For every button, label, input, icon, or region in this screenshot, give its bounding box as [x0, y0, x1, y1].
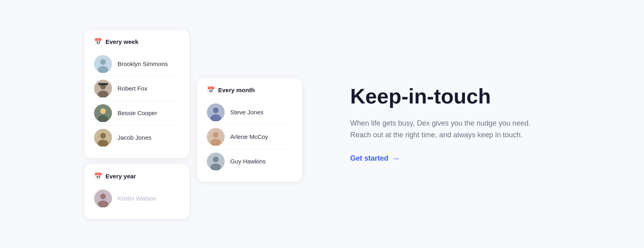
contact-kristin[interactable]: Kristin Watson [94, 186, 180, 211]
main-container: 📅 Every week Brooklyn Simmons [0, 14, 644, 235]
avatar-bessie [94, 104, 112, 122]
avatar-kristin [94, 190, 112, 207]
contact-steve[interactable]: Steve Jones [207, 100, 292, 125]
avatar-robert [94, 80, 112, 97]
svg-point-1 [100, 59, 106, 65]
hero-desc-line1: When life gets busy, Dex gives you the n… [350, 119, 530, 127]
name-brooklyn: Brooklyn Simmons [118, 60, 168, 67]
hero-heading: Keep-in-touch [350, 85, 559, 108]
avatar-arlene [207, 128, 225, 146]
weekly-card-title: 📅 Every week [94, 38, 180, 45]
cards-section: 📅 Every week Brooklyn Simmons [85, 30, 302, 219]
contact-brooklyn[interactable]: Brooklyn Simmons [94, 52, 180, 76]
left-column: 📅 Every week Brooklyn Simmons [85, 30, 189, 219]
name-guy: Guy Hawkins [230, 158, 266, 165]
get-started-label: Get started [350, 154, 388, 163]
svg-rect-6 [98, 83, 108, 85]
calendar-icon-weekly: 📅 [94, 38, 102, 45]
weekly-label: Every week [105, 38, 138, 45]
hero-desc-line2: Reach out at the right time, and always … [350, 131, 522, 139]
contact-guy[interactable]: Guy Hawkins [207, 149, 292, 174]
name-robert: Robert Fox [118, 85, 147, 92]
monthly-card-title: 📅 Every month [207, 86, 292, 94]
contact-jacob[interactable]: Jacob Jones [94, 126, 180, 150]
svg-point-20 [213, 132, 219, 138]
svg-point-23 [213, 157, 219, 162]
calendar-icon-monthly: 📅 [207, 86, 215, 94]
avatar-brooklyn [94, 55, 112, 73]
weekly-card: 📅 Every week Brooklyn Simmons [85, 30, 189, 158]
arrow-icon: → [392, 154, 400, 163]
monthly-card: 📅 Every month Steve Jones [197, 78, 302, 182]
name-steve: Steve Jones [230, 109, 264, 116]
right-content: Keep-in-touch When life gets busy, Dex g… [318, 85, 559, 163]
contact-arlene[interactable]: Arlene McCoy [207, 125, 292, 149]
avatar-jacob [94, 129, 112, 147]
svg-point-11 [100, 133, 106, 138]
yearly-card: 📅 Every year Kristin Watson [85, 164, 189, 219]
name-jacob: Jacob Jones [118, 134, 151, 141]
yearly-label: Every year [105, 173, 136, 180]
monthly-label: Every month [218, 87, 255, 93]
name-kristin: Kristin Watson [118, 195, 156, 202]
svg-point-8 [100, 108, 106, 114]
contact-bessie[interactable]: Bessie Cooper [94, 101, 180, 126]
svg-point-17 [213, 107, 219, 113]
calendar-icon-yearly: 📅 [94, 172, 102, 180]
svg-point-14 [100, 194, 106, 199]
avatar-guy [207, 153, 225, 170]
name-arlene: Arlene McCoy [230, 133, 268, 140]
get-started-link[interactable]: Get started → [350, 154, 559, 163]
avatar-steve [207, 103, 225, 121]
name-bessie: Bessie Cooper [118, 110, 157, 116]
yearly-card-title: 📅 Every year [94, 172, 180, 180]
hero-description: When life gets busy, Dex gives you the n… [350, 118, 559, 141]
contact-robert[interactable]: Robert Fox [94, 76, 180, 101]
